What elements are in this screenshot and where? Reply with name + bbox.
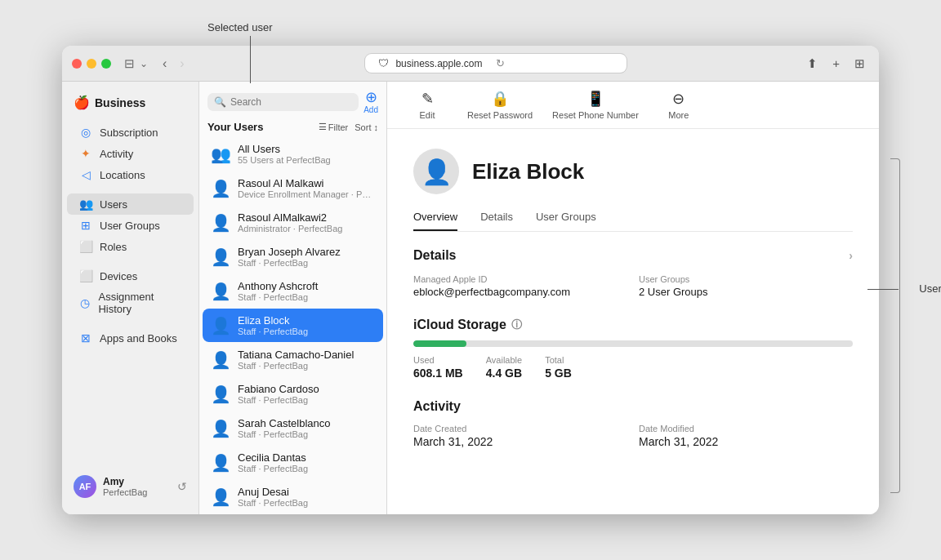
user-groups-icon: ⊞: [78, 219, 93, 232]
list-item[interactable]: 👤 Fabiano Cardoso Staff · PerfectBag: [203, 377, 383, 411]
user-info: Anuj Desai Staff · PerfectBag: [238, 486, 375, 508]
user-header: 👤 Eliza Block: [413, 149, 853, 194]
user-item-all-users[interactable]: 👥 All Users 55 Users at PerfectBag: [203, 137, 383, 171]
user-icon: 👤: [211, 247, 231, 267]
sidebar-item-label: Devices: [100, 270, 137, 282]
avatar: 👤: [413, 149, 459, 194]
titlebar-right: ⬆ + ⊞: [803, 55, 869, 73]
sidebar: 🍎 Business ◎ Subscription ✦ Activity ◁ L…: [62, 82, 199, 514]
list-item[interactable]: 👤 Rasoul Al Malkawi Device Enrollment Ma…: [203, 171, 383, 205]
detail-content: 👤 Eliza Block Overview Details User Grou…: [387, 129, 879, 468]
apple-icon: 🍎: [74, 95, 90, 110]
user-icon: 👤: [211, 213, 231, 233]
user-info: Bryan Joseph Alvarez Staff · PerfectBag: [238, 246, 375, 268]
storage-bar: [413, 340, 853, 347]
user-icon: 👤: [211, 179, 231, 198]
sidebar-item-label: Roles: [100, 241, 127, 253]
your-users-title: Your Users: [207, 121, 263, 133]
tab-details[interactable]: Details: [480, 211, 513, 231]
locations-icon: ◁: [78, 168, 93, 181]
sidebar-user-settings-icon[interactable]: ↺: [177, 480, 187, 493]
phone-icon: 📱: [586, 90, 604, 108]
user-avatar-small: AF: [74, 475, 96, 498]
user-list-header: 🔍 ⊕ Add: [199, 82, 386, 119]
detail-toolbar: ✎ Edit 🔒 Reset Password 📱 Reset Phone Nu…: [387, 82, 879, 129]
address-bar-wrap: 🛡 business.apple.com ↻: [196, 54, 797, 73]
sidebar-item-users[interactable]: 👥 Users: [67, 193, 194, 215]
list-item[interactable]: 👤 Anuj Desai Staff · PerfectBag: [203, 480, 383, 513]
list-item[interactable]: 👤 Sarah Castelblanco Staff · PerfectBag: [203, 411, 383, 445]
user-list: 👥 All Users 55 Users at PerfectBag 👤 Ras…: [199, 136, 386, 514]
more-button[interactable]: ⊖ More: [658, 90, 699, 120]
address-bar[interactable]: 🛡 business.apple.com ↻: [365, 54, 627, 73]
reset-phone-button[interactable]: 📱 Reset Phone Number: [552, 90, 639, 120]
user-icon: 👤: [211, 384, 231, 404]
list-item[interactable]: 👤 Cecilia Dantas Staff · PerfectBag: [203, 446, 383, 479]
filter-button[interactable]: ☰ Filter: [319, 122, 348, 132]
sidebar-item-label: Assignment History: [98, 291, 182, 315]
sidebar-item-label: User Groups: [100, 220, 160, 232]
sidebar-item-devices[interactable]: ⬜ Devices: [67, 265, 194, 287]
sidebar-item-locations[interactable]: ◁ Locations: [67, 164, 194, 185]
activity-title: Activity: [413, 399, 853, 414]
user-info: Rasoul Al Malkawi Device Enrollment Mana…: [238, 177, 375, 199]
used-stat: Used 608.1 MB: [413, 355, 463, 380]
storage-stats: Used 608.1 MB Available 4.4 GB Total 5 G…: [413, 355, 853, 380]
user-list-panel: 🔍 ⊕ Add Your Users ☰ Filter Sort ↕: [199, 82, 387, 514]
user-info: Anthony Ashcroft Staff · PerfectBag: [238, 280, 375, 302]
managed-apple-id-field: Managed Apple ID eblock@perfectbagcompan…: [413, 274, 627, 298]
minimize-button[interactable]: [87, 59, 96, 69]
sidebar-item-label: Subscription: [100, 127, 158, 139]
activity-grid: Date Created March 31, 2022 Date Modifie…: [413, 424, 853, 448]
user-item-eliza-block[interactable]: 👤 Eliza Block Staff · PerfectBag: [203, 309, 383, 342]
chevron-right-icon: ›: [849, 249, 853, 262]
forward-button[interactable]: ›: [175, 55, 189, 73]
user-details-bracket: [890, 158, 900, 493]
user-info: Eliza Block Staff · PerfectBag: [238, 314, 375, 336]
reload-icon[interactable]: ↻: [496, 57, 505, 69]
fullscreen-button[interactable]: [101, 59, 111, 69]
detail-tabs: Overview Details User Groups: [413, 211, 853, 232]
sidebar-item-subscription[interactable]: ◎ Subscription: [67, 122, 194, 143]
annotation-selected-user: Selected user: [207, 21, 273, 33]
list-item[interactable]: 👤 Anthony Ashcroft Staff · PerfectBag: [203, 274, 383, 308]
search-input[interactable]: [230, 96, 352, 108]
edit-button[interactable]: ✎ Edit: [407, 90, 448, 120]
user-info: All Users 55 Users at PerfectBag: [238, 143, 375, 165]
add-button[interactable]: ⊕ Add: [363, 90, 378, 114]
tab-overview[interactable]: Overview: [413, 211, 457, 231]
sidebar-toggle[interactable]: ⊟ ⌄: [124, 56, 148, 71]
back-button[interactable]: ‹: [158, 55, 172, 73]
sidebar-item-apps-and-books[interactable]: ⊠ Apps and Books: [67, 327, 194, 349]
available-stat: Available 4.4 GB: [486, 355, 522, 380]
user-icon: 👤: [211, 282, 231, 301]
share-button[interactable]: ⬆: [803, 55, 822, 73]
user-icon: 👤: [211, 316, 231, 336]
details-section-title: Details ›: [413, 248, 853, 263]
tab-user-groups[interactable]: User Groups: [536, 211, 596, 231]
tab-overview-button[interactable]: ⊞: [850, 55, 869, 73]
date-created-field: Date Created March 31, 2022: [413, 424, 627, 448]
new-tab-button[interactable]: +: [828, 55, 844, 72]
search-bar[interactable]: 🔍: [207, 93, 359, 111]
edit-icon: ✎: [421, 90, 434, 108]
list-item[interactable]: 👤 Bryan Joseph Alvarez Staff · PerfectBa…: [203, 240, 383, 273]
sidebar-item-activity[interactable]: ✦ Activity: [67, 143, 194, 164]
list-item[interactable]: 👤 Tatiana Camacho-Daniel Staff · Perfect…: [203, 343, 383, 376]
sort-button[interactable]: Sort ↕: [355, 122, 378, 132]
sidebar-item-user-groups[interactable]: ⊞ User Groups: [67, 215, 194, 236]
list-item[interactable]: 👤 Rasoul AlMalkawi2 Administrator · Perf…: [203, 206, 383, 239]
search-icon: 🔍: [214, 96, 226, 108]
app-logo: 🍎 Business: [62, 91, 198, 122]
close-button[interactable]: [72, 59, 82, 69]
info-icon[interactable]: ⓘ: [511, 318, 522, 332]
sidebar-item-assignment-history[interactable]: ◷ Assignment History: [67, 287, 194, 319]
sidebar-item-roles[interactable]: ⬜ Roles: [67, 236, 194, 257]
detail-panel: ✎ Edit 🔒 Reset Password 📱 Reset Phone Nu…: [387, 82, 879, 514]
storage-bar-used: [413, 340, 466, 347]
apps-icon: ⊠: [78, 331, 93, 344]
avatar-icon: 👤: [421, 158, 452, 186]
list-controls: ☰ Filter Sort ↕: [319, 122, 378, 132]
user-info: Fabiano Cardoso Staff · PerfectBag: [238, 383, 375, 405]
reset-password-button[interactable]: 🔒 Reset Password: [467, 90, 533, 120]
